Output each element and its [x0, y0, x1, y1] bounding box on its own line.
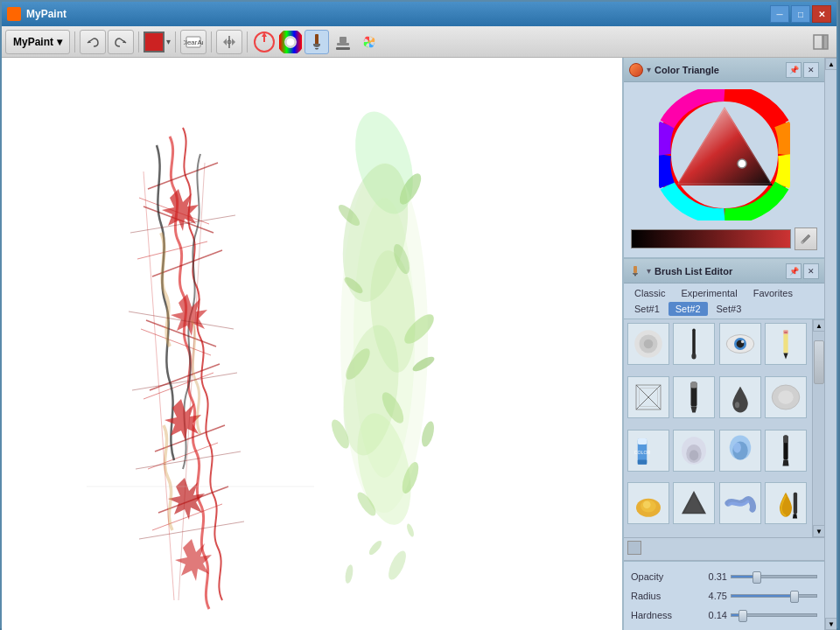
redo-button[interactable]	[108, 30, 134, 54]
panel-toggle-button[interactable]	[808, 30, 833, 54]
brush-action-row	[624, 537, 824, 561]
brush-item-13[interactable]	[627, 482, 669, 524]
brush-item-15[interactable]	[719, 482, 761, 524]
brush-preview-14	[676, 485, 712, 522]
brush-item-2[interactable]	[673, 323, 715, 365]
color-triangle-title: Color Triangle	[654, 65, 782, 75]
color-selector[interactable]: ▾	[144, 32, 171, 52]
titlebar: MyPaint ─ □ ✕	[2, 2, 836, 26]
rotate-view-button[interactable]	[252, 30, 276, 54]
svg-rect-60	[784, 332, 788, 333]
toolbar-separator-2	[138, 32, 139, 52]
brush-item-9[interactable]: COLOR	[627, 430, 669, 472]
scrollbar-thumb[interactable]	[814, 340, 824, 384]
color-gradient-bar[interactable]	[631, 229, 791, 248]
svg-rect-13	[340, 37, 346, 43]
scrollbar-up-arrow[interactable]: ▲	[813, 319, 824, 332]
brush-grid-scrollbar[interactable]: ▲ ▼	[812, 319, 824, 537]
svg-rect-12	[337, 43, 349, 46]
panel-main-scrollbar[interactable]: ▲ ▼	[824, 58, 836, 630]
radius-thumb[interactable]	[790, 591, 799, 603]
mypaint-menu[interactable]: MyPaint ▾	[5, 30, 70, 54]
brush-list-pin-button[interactable]: 📌	[786, 263, 802, 279]
add-brush-button[interactable]	[627, 541, 641, 555]
color-wheel-button[interactable]	[278, 30, 303, 54]
brush-item-6[interactable]	[673, 376, 715, 418]
window-controls: ─ □ ✕	[770, 5, 831, 23]
stamp-icon	[333, 32, 353, 52]
hardness-row: Hardness 0.14	[631, 606, 817, 625]
main-window: MyPaint ─ □ ✕ MyPaint ▾	[0, 0, 838, 628]
color-wheel-container[interactable]	[631, 89, 817, 220]
brush-item-7[interactable]	[719, 376, 761, 418]
brush-preview-16	[767, 485, 804, 522]
brush-preview-4	[767, 326, 804, 362]
brush-item-12[interactable]	[765, 430, 807, 472]
toolbar-separator-5	[247, 32, 248, 52]
maximize-button[interactable]: □	[791, 5, 810, 23]
opacity-value: 0.31	[696, 571, 727, 582]
hardness-label: Hardness	[631, 610, 692, 620]
brush-list-header-buttons: 📌 ✕	[786, 263, 819, 279]
close-button[interactable]: ✕	[812, 5, 831, 23]
brush-item-11[interactable]	[719, 430, 761, 472]
opacity-thumb[interactable]	[752, 571, 761, 584]
svg-rect-48	[634, 266, 637, 273]
svg-rect-17	[823, 35, 828, 49]
opacity-slider[interactable]	[731, 575, 817, 578]
brush-tool-button[interactable]	[304, 30, 329, 54]
symmetry-button[interactable]	[216, 30, 242, 54]
radius-slider[interactable]	[731, 594, 817, 598]
tab-set1[interactable]: Set#1	[627, 302, 667, 316]
brush-preview-6	[676, 379, 712, 416]
brush-item-16[interactable]	[765, 482, 807, 524]
panel-scroll-down[interactable]: ▼	[825, 618, 836, 630]
minimize-button[interactable]: ─	[770, 5, 789, 23]
brush-item-14[interactable]	[673, 482, 715, 524]
svg-rect-11	[315, 34, 318, 45]
brush-preview-7	[722, 379, 759, 416]
color-wheel[interactable]	[659, 89, 790, 220]
stamp-button[interactable]	[331, 30, 355, 54]
pinwheel-button[interactable]	[357, 30, 382, 54]
color-dropdown-arrow[interactable]: ▾	[166, 37, 171, 46]
pinwheel-icon	[360, 32, 379, 52]
brush-item-8[interactable]	[765, 376, 807, 418]
hardness-slider[interactable]	[731, 613, 817, 617]
svg-rect-16	[814, 35, 822, 49]
eyedropper-icon	[800, 233, 812, 245]
panel-scroll-track	[825, 70, 836, 618]
scrollbar-down-arrow[interactable]: ▼	[813, 525, 824, 537]
tab-set3[interactable]: Set#3	[710, 302, 749, 316]
tab-favorites[interactable]: Favorites	[746, 286, 800, 300]
color-triangle-close-button[interactable]: ✕	[803, 62, 819, 78]
brush-item-5[interactable]	[627, 376, 669, 418]
brush-list-close-button[interactable]: ✕	[803, 263, 819, 279]
brush-item-10[interactable]	[673, 430, 715, 472]
svg-rect-66	[691, 382, 697, 388]
tab-experimental[interactable]: Experimental	[674, 286, 744, 300]
brush-item-1[interactable]	[627, 323, 669, 365]
hardness-thumb[interactable]	[738, 610, 747, 622]
color-triangle-pin-button[interactable]: 📌	[786, 62, 802, 78]
panel-icon	[813, 34, 829, 50]
brush-preview-8	[767, 379, 804, 416]
svg-point-51	[644, 340, 654, 349]
color-triangle-arrow: ▾	[647, 65, 651, 74]
brush-item-3[interactable]	[719, 323, 761, 365]
scrollbar-track	[813, 332, 824, 525]
tab-set2[interactable]: Set#2	[668, 302, 708, 316]
brush-item-4[interactable]	[765, 323, 807, 365]
eyedropper-button[interactable]	[794, 228, 817, 250]
foreground-color[interactable]	[144, 32, 164, 52]
panel-scroll-up[interactable]: ▲	[825, 58, 836, 70]
brush-preview-2	[676, 326, 712, 362]
svg-rect-18	[8, 58, 616, 630]
tab-classic[interactable]: Classic	[627, 286, 672, 300]
undo-button[interactable]	[80, 30, 106, 54]
toolbar-separator-1	[74, 32, 75, 52]
svg-rect-81	[783, 435, 788, 443]
canvas-area[interactable]	[2, 58, 622, 630]
main-toolbar: MyPaint ▾ ▾ Cle	[2, 26, 836, 58]
clear-button[interactable]: ClearArt	[180, 30, 206, 54]
